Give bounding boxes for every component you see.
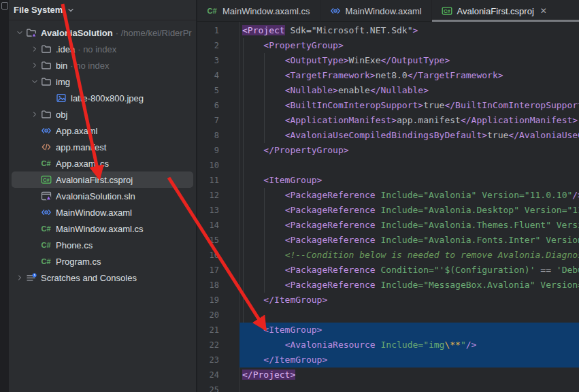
code-line: 24 </Project> bbox=[197, 368, 579, 382]
file-system-header[interactable]: File System bbox=[9, 0, 196, 20]
tree-row-app-manifest[interactable]: app.manifest bbox=[12, 139, 193, 155]
code-line: 13 <PackageReference Include="Avalonia.D… bbox=[197, 203, 579, 218]
code-segment: <ApplicationManifest> bbox=[285, 115, 397, 125]
line-number: 13 bbox=[197, 203, 239, 218]
code-segment bbox=[242, 100, 285, 110]
code-segment: /> bbox=[466, 340, 477, 350]
tree-row--idea[interactable]: .idea · no index bbox=[12, 41, 193, 57]
tree-item-label: AvaloniaSolution.sln bbox=[56, 191, 135, 201]
tab-label: MainWindow.axaml.cs bbox=[222, 6, 310, 16]
code-segment bbox=[242, 70, 285, 80]
svg-text:C#: C# bbox=[43, 177, 50, 183]
svg-text:C#: C# bbox=[444, 8, 450, 14]
line-number: 22 bbox=[197, 338, 239, 353]
code-segment: </Project> bbox=[242, 370, 295, 380]
code-segment: <OutputType> bbox=[285, 55, 349, 65]
code-segment bbox=[242, 130, 285, 140]
code-segment: <PropertyGroup> bbox=[263, 40, 343, 50]
tree-item-label: obj bbox=[56, 110, 67, 120]
code-segment bbox=[376, 265, 381, 275]
chevron-right-icon[interactable] bbox=[29, 45, 41, 53]
tree-row-obj[interactable]: obj bbox=[12, 106, 193, 122]
tree-item-label: Phone.cs bbox=[56, 240, 93, 250]
close-icon[interactable]: ✕ bbox=[540, 6, 547, 16]
line-number: 18 bbox=[197, 278, 239, 293]
line-number: 21 bbox=[197, 323, 239, 338]
line-number: 1 bbox=[197, 23, 239, 38]
csharp-icon: C# bbox=[207, 5, 218, 16]
chevron-down-icon[interactable] bbox=[14, 29, 26, 37]
tree-item-label: Scratches and Consoles bbox=[41, 273, 137, 283]
code-segment bbox=[242, 205, 285, 215]
code-segment bbox=[242, 265, 285, 275]
code-segment bbox=[242, 190, 285, 200]
tree-row-scratches-and-consoles[interactable]: Scratches and Consoles bbox=[12, 270, 193, 286]
code-segment bbox=[540, 235, 546, 245]
toolwindow-folder-icon[interactable] bbox=[1, 2, 8, 10]
svg-text:C#: C# bbox=[208, 7, 217, 15]
tree-item-label: MainWindow.axaml.cs bbox=[56, 224, 144, 234]
code-segment bbox=[242, 220, 285, 230]
code-segment bbox=[242, 235, 285, 245]
line-number: 14 bbox=[197, 218, 239, 233]
code-line: 22 <AvaloniaResource Include="img\**"/> bbox=[197, 338, 579, 353]
code-line: 21 <ItemGroup> bbox=[197, 323, 579, 338]
line-number: 12 bbox=[197, 188, 239, 203]
code-segment bbox=[242, 115, 285, 125]
code-segment bbox=[242, 280, 285, 290]
tab-mainwindow-axaml[interactable]: MainWindow.axaml bbox=[320, 0, 432, 22]
line-number: 16 bbox=[197, 248, 239, 263]
code-segment: Version="11.0.10" bbox=[557, 220, 579, 230]
code-segment: Version="11.0.10" bbox=[546, 235, 579, 245]
tree-row-mainwindow-axaml-cs[interactable]: C# MainWindow.axaml.cs bbox=[12, 220, 193, 237]
chevron-down-icon[interactable] bbox=[29, 78, 41, 86]
line-number: 20 bbox=[197, 308, 239, 323]
line-number: 24 bbox=[197, 368, 239, 382]
tree-row-bin[interactable]: bin · no index bbox=[12, 57, 193, 74]
code-line: 25 bbox=[197, 382, 579, 392]
tree-row-app-axaml-cs[interactable]: C# App.axaml.cs bbox=[12, 155, 193, 172]
code-segment: </TargetFramework> bbox=[408, 70, 503, 80]
code-segment bbox=[242, 250, 285, 260]
tree-row-avaloniafirst-csproj[interactable]: C# AvaloniaFirst.csproj bbox=[12, 172, 193, 188]
code-segment: Include="Avalonia.Desktop" bbox=[381, 205, 520, 215]
tree-row-mainwindow-axaml[interactable]: MainWindow.axaml bbox=[12, 204, 193, 220]
tree-item-label: img bbox=[56, 77, 70, 87]
code-segment: Include="Avalonia" bbox=[381, 190, 477, 200]
tree-row-app-axaml[interactable]: App.axaml bbox=[12, 122, 193, 139]
code-line: 18 <PackageReference Include="MessageBox… bbox=[197, 278, 579, 293]
tree-item-label: AvaloniaSolution bbox=[41, 28, 113, 38]
code-segment: <AvaloniaUseCompiledBindingsByDefault> bbox=[285, 130, 487, 140]
tree-item-label: AvaloniaFirst.csproj bbox=[56, 175, 133, 185]
tab-avaloniafirst-csproj[interactable]: C# AvaloniaFirst.csproj ✕ bbox=[432, 0, 579, 22]
code-segment bbox=[376, 190, 381, 200]
chevron-down-icon[interactable] bbox=[67, 6, 75, 14]
code-line: 23 </ItemGroup> bbox=[197, 353, 579, 368]
svg-text:C#: C# bbox=[42, 257, 51, 265]
solution-folder-icon bbox=[26, 27, 37, 38]
chevron-right-icon[interactable] bbox=[29, 110, 41, 118]
line-number: 11 bbox=[197, 173, 239, 188]
code-segment: <ItemGroup> bbox=[263, 175, 322, 185]
chevron-right-icon[interactable] bbox=[14, 274, 26, 282]
code-segment: <BuiltInComInteropSupport> bbox=[285, 100, 424, 110]
tree-row-avaloniasolution[interactable]: AvaloniaSolution · /home/kei/RiderPr bbox=[12, 24, 193, 41]
tab-mainwindow-axaml-cs[interactable]: C# MainWindow.axaml.cs bbox=[197, 0, 320, 22]
svg-text:C#: C# bbox=[42, 241, 51, 249]
csharp-icon: C# bbox=[41, 256, 52, 267]
tree-row-program-cs[interactable]: C# Program.cs bbox=[12, 253, 193, 270]
code-editor[interactable]: 1 <Project Sdk="Microsoft.NET.Sdk"> 2 <P… bbox=[197, 22, 579, 392]
tree-row-img[interactable]: img bbox=[12, 74, 193, 90]
line-number: 3 bbox=[197, 53, 239, 68]
chevron-right-icon[interactable] bbox=[29, 61, 41, 69]
tree-row-phone-cs[interactable]: C# Phone.cs bbox=[12, 237, 193, 253]
code-line: 14 <PackageReference Include="Avalonia.T… bbox=[197, 218, 579, 233]
code-segment: == bbox=[535, 265, 557, 275]
tree-row-avaloniasolution-sln[interactable]: AvaloniaSolution.sln bbox=[12, 188, 193, 204]
panel-title: File System bbox=[14, 5, 63, 15]
tree-item-label: latte-800x800.jpeg bbox=[71, 93, 144, 103]
tree-row-latte-800x800-jpeg[interactable]: latte-800x800.jpeg bbox=[12, 90, 193, 106]
code-line: 10 bbox=[197, 158, 579, 173]
code-line: 6 <BuiltInComInteropSupport>true</BuiltI… bbox=[197, 98, 579, 113]
tab-label: AvaloniaFirst.csproj bbox=[457, 6, 534, 16]
